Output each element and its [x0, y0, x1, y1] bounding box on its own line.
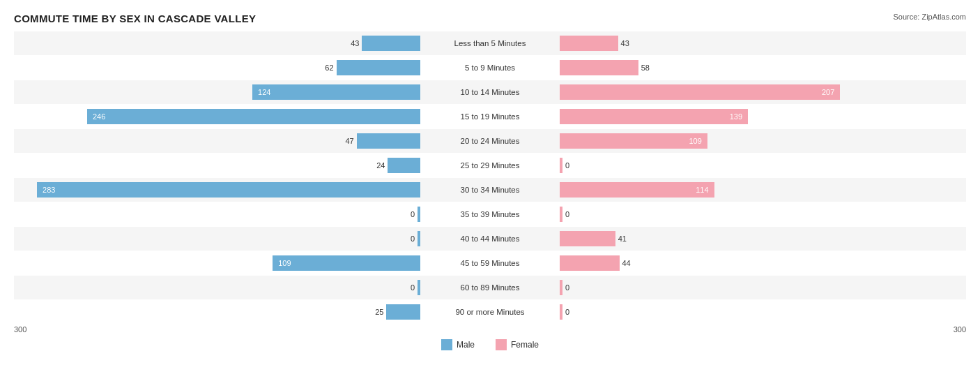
- female-bar: [560, 60, 638, 75]
- female-value-outside: 0: [565, 308, 569, 316]
- male-value-outside: 0: [411, 210, 415, 218]
- legend: Male Female: [14, 339, 966, 350]
- male-value: 124: [255, 88, 273, 96]
- male-bar: [388, 158, 420, 173]
- female-bar: 114: [560, 182, 714, 198]
- female-side: 44: [560, 251, 966, 275]
- female-side: 207: [560, 80, 966, 104]
- female-side: 109: [560, 129, 966, 153]
- female-bar: [560, 207, 562, 222]
- male-bar: [337, 60, 420, 75]
- row-label: 40 to 44 Minutes: [420, 234, 560, 243]
- male-value-outside: 25: [375, 308, 383, 316]
- male-bar: 109: [273, 255, 420, 271]
- male-side: 109: [14, 251, 420, 275]
- female-value: 114: [693, 186, 711, 194]
- female-bar: 207: [560, 84, 840, 100]
- male-value-outside: 47: [345, 137, 353, 145]
- female-value-outside: 43: [621, 39, 629, 47]
- row-label: 45 to 59 Minutes: [420, 259, 560, 267]
- female-value-outside: 44: [622, 259, 631, 267]
- table-row: 12410 to 14 Minutes207: [14, 80, 966, 104]
- row-label: 10 to 14 Minutes: [420, 88, 560, 96]
- row-label: Less than 5 Minutes: [420, 39, 560, 47]
- female-side: 0: [560, 154, 966, 177]
- male-side: 25: [14, 300, 420, 324]
- female-value: 139: [727, 112, 745, 121]
- female-bar: 139: [560, 109, 748, 124]
- female-side: 0: [560, 276, 966, 299]
- row-label: 15 to 19 Minutes: [420, 112, 560, 121]
- row-label: 35 to 39 Minutes: [420, 210, 560, 218]
- female-side: 0: [560, 300, 966, 324]
- female-bar: [560, 255, 620, 271]
- table-row: 4720 to 24 Minutes109: [14, 129, 966, 153]
- female-bar: [560, 158, 562, 173]
- female-side: 43: [560, 31, 966, 55]
- table-row: 2425 to 29 Minutes0: [14, 154, 966, 177]
- male-bar: 283: [37, 182, 420, 198]
- legend-male: Male: [441, 339, 475, 350]
- female-bar: [560, 36, 618, 51]
- axis-right: 300: [954, 325, 966, 334]
- legend-female: Female: [496, 339, 539, 350]
- axis-labels: 300 300: [14, 325, 966, 334]
- female-bar: [560, 280, 562, 295]
- source-label: Source: ZipAtlas.com: [893, 13, 966, 21]
- female-side: 139: [560, 105, 966, 128]
- legend-male-label: Male: [457, 340, 475, 350]
- row-label: 30 to 34 Minutes: [420, 186, 560, 194]
- male-side: 62: [14, 56, 420, 80]
- table-row: 43Less than 5 Minutes43: [14, 31, 966, 55]
- legend-female-box: [496, 339, 507, 350]
- female-side: 0: [560, 202, 966, 226]
- legend-male-box: [441, 339, 452, 350]
- male-side: 0: [14, 276, 420, 299]
- male-bar: [386, 304, 420, 320]
- table-row: 060 to 89 Minutes0: [14, 276, 966, 299]
- female-value: 207: [819, 88, 837, 96]
- male-side: 283: [14, 178, 420, 202]
- chart-container: COMMUTE TIME BY SEX IN CASCADE VALLEY So…: [0, 0, 980, 365]
- female-bar: [560, 304, 562, 320]
- female-bar: [560, 231, 615, 246]
- table-row: 035 to 39 Minutes0: [14, 202, 966, 226]
- male-side: 0: [14, 202, 420, 226]
- legend-female-label: Female: [511, 340, 539, 350]
- male-value-outside: 24: [376, 161, 385, 170]
- male-bar: [362, 36, 420, 51]
- row-label: 5 to 9 Minutes: [420, 64, 560, 72]
- female-value-outside: 0: [565, 210, 569, 218]
- male-bar: 246: [87, 109, 420, 124]
- table-row: 10945 to 59 Minutes44: [14, 251, 966, 275]
- male-bar: 124: [252, 84, 420, 100]
- male-value: 246: [90, 112, 108, 121]
- row-label: 60 to 89 Minutes: [420, 283, 560, 292]
- female-value-outside: 58: [641, 64, 650, 72]
- table-row: 625 to 9 Minutes58: [14, 56, 966, 80]
- axis-left: 300: [14, 325, 26, 334]
- male-side: 124: [14, 80, 420, 104]
- table-row: 28330 to 34 Minutes114: [14, 178, 966, 202]
- male-value: 283: [40, 186, 58, 194]
- chart-title: COMMUTE TIME BY SEX IN CASCADE VALLEY: [14, 13, 966, 24]
- table-row: 2590 or more Minutes0: [14, 300, 966, 324]
- female-value-outside: 0: [565, 283, 569, 292]
- row-label: 90 or more Minutes: [420, 308, 560, 316]
- row-label: 20 to 24 Minutes: [420, 137, 560, 145]
- female-bar: 109: [560, 133, 707, 149]
- female-value-outside: 0: [565, 161, 569, 170]
- female-value: 109: [686, 137, 704, 145]
- male-value-outside: 0: [411, 283, 415, 292]
- female-side: 114: [560, 178, 966, 202]
- table-row: 24615 to 19 Minutes139: [14, 105, 966, 128]
- female-value-outside: 41: [618, 234, 627, 243]
- chart-area: 43Less than 5 Minutes43625 to 9 Minutes5…: [14, 31, 966, 324]
- female-side: 41: [560, 227, 966, 251]
- row-label: 25 to 29 Minutes: [420, 161, 560, 170]
- male-value-outside: 62: [325, 64, 333, 72]
- male-value-outside: 0: [411, 234, 415, 243]
- male-side: 47: [14, 129, 420, 153]
- male-side: 24: [14, 154, 420, 177]
- male-bar: [357, 133, 420, 149]
